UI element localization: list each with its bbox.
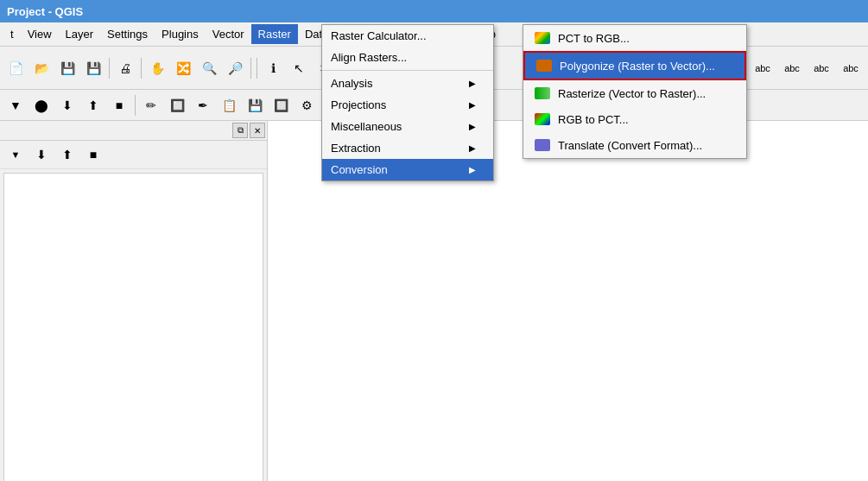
print-btn[interactable]: 🖨	[113, 56, 137, 80]
open-project-btn[interactable]: 📂	[29, 56, 54, 80]
analysis-arrow: ▶	[469, 79, 476, 88]
conversion-item[interactable]: Conversion ▶	[322, 159, 493, 180]
tool-btn-4[interactable]: 📋	[217, 93, 241, 117]
side-btn-2[interactable]: ⬇	[29, 142, 54, 167]
side-btn-4[interactable]: ■	[81, 142, 105, 167]
pct-icon	[534, 29, 551, 47]
pct-to-rgb-item[interactable]: PCT to RGB...	[523, 25, 746, 51]
extraction-item[interactable]: Extraction ▶	[322, 137, 493, 159]
separator-t2	[135, 95, 136, 116]
pan-map-btn[interactable]: 🔀	[171, 56, 195, 80]
projections-item[interactable]: Projections ▶	[322, 94, 493, 116]
side-toolbar: ▼ ⬇ ⬆ ■	[0, 141, 267, 169]
raster-dropdown-menu: Raster Calculator... Align Rasters... An…	[321, 24, 494, 181]
up-arrow-btn[interactable]: ⬆	[81, 93, 105, 117]
raster-sep-1	[322, 70, 493, 71]
side-panel-content	[3, 173, 263, 481]
menu-item-layer[interactable]: Layer	[59, 24, 101, 44]
zoom-in-btn[interactable]: 🔍	[197, 56, 221, 80]
projections-arrow: ▶	[469, 100, 476, 110]
identify-btn[interactable]: ℹ	[261, 56, 285, 80]
rasterize-item[interactable]: Rasterize (Vector to Raster)...	[523, 80, 746, 106]
tool-btn-3[interactable]: ✒	[191, 93, 215, 117]
save-as-btn[interactable]: 💾	[81, 56, 105, 80]
select-btn[interactable]: ↖	[287, 56, 311, 80]
zoom-out-btn[interactable]: 🔎	[223, 56, 247, 80]
label-btn-5[interactable]: abc	[778, 56, 806, 80]
separator-2	[141, 58, 142, 79]
stop-btn[interactable]: ■	[107, 93, 131, 117]
tool-btn-5[interactable]: 💾	[243, 93, 267, 117]
analysis-item[interactable]: Analysis ▶	[322, 73, 493, 94]
save-project-btn[interactable]: 💾	[55, 56, 79, 80]
polygonize-item[interactable]: Polygonize (Raster to Vector)...	[523, 51, 746, 80]
menu-item-view[interactable]: View	[21, 24, 59, 44]
tool-btn-2[interactable]: 🔲	[165, 93, 189, 117]
align-rasters-item[interactable]: Align Rasters...	[322, 47, 493, 68]
close-panel-btn[interactable]: ✕	[250, 123, 265, 138]
miscellaneous-item[interactable]: Miscellaneous ▶	[322, 116, 493, 137]
side-panel-header: ⧉ ✕	[0, 121, 267, 141]
rgb-to-pct-item[interactable]: RGB to PCT...	[523, 106, 746, 132]
extraction-arrow: ▶	[469, 143, 476, 153]
translate-icon	[534, 136, 551, 154]
tool-btn-7[interactable]: ⚙	[295, 93, 319, 117]
tool-btn-6[interactable]: 🔲	[269, 93, 293, 117]
poly-icon	[535, 57, 553, 74]
title-bar: Project - QGIS	[0, 0, 868, 22]
new-project-btn[interactable]: 📄	[3, 56, 28, 80]
menu-item-raster[interactable]: Raster	[251, 24, 298, 44]
conversion-submenu: PCT to RGB... Polygonize (Raster to Vect…	[523, 24, 747, 159]
filter-btn[interactable]: ▼	[3, 93, 28, 117]
separator-1	[109, 58, 110, 79]
raster-calculator-item[interactable]: Raster Calculator...	[322, 25, 493, 47]
conversion-arrow: ▶	[469, 165, 476, 174]
separator-4	[257, 58, 257, 79]
menu-item-file[interactable]: t	[3, 24, 21, 44]
menu-item-plugins[interactable]: Plugins	[155, 24, 206, 44]
menu-item-vector[interactable]: Vector	[206, 24, 251, 44]
translate-item[interactable]: Translate (Convert Format)...	[523, 132, 746, 158]
side-panel: ⧉ ✕ ▼ ⬇ ⬆ ■	[0, 121, 268, 481]
misc-arrow: ▶	[469, 122, 476, 131]
title-text: Project - QGIS	[7, 5, 83, 18]
down-arrow-btn[interactable]: ⬇	[55, 93, 79, 117]
small-btn-1[interactable]: ⬤	[29, 93, 54, 117]
rgb-icon	[534, 111, 551, 128]
label-btn-7[interactable]: abc	[837, 56, 865, 80]
rasterize-icon	[534, 85, 551, 102]
side-btn-3[interactable]: ⬆	[55, 142, 79, 167]
menu-item-settings[interactable]: Settings	[100, 24, 155, 44]
side-filter-btn[interactable]: ▼	[3, 142, 28, 167]
pan-btn[interactable]: ✋	[145, 56, 169, 80]
label-btn-6[interactable]: abc	[808, 56, 835, 80]
restore-panel-btn[interactable]: ⧉	[232, 123, 248, 138]
label-btn-4[interactable]: abc	[749, 56, 776, 80]
tool-btn-1[interactable]: ✏	[139, 93, 163, 117]
separator-3	[250, 58, 251, 79]
